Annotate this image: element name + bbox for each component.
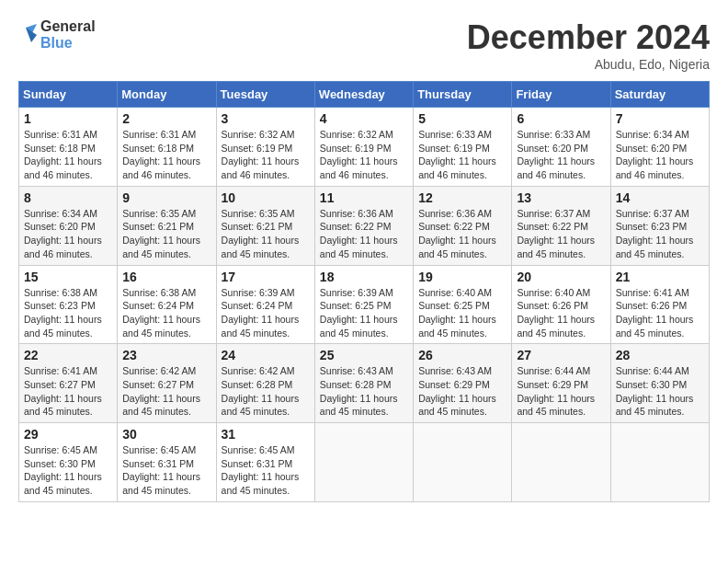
calendar-cell: 14Sunrise: 6:37 AMSunset: 6:23 PMDayligh…: [610, 186, 709, 265]
day-info: Sunrise: 6:45 AMSunset: 6:31 PMDaylight:…: [222, 443, 310, 498]
calendar-week-1: 1Sunrise: 6:31 AMSunset: 6:18 PMDaylight…: [19, 108, 710, 187]
day-info: Sunrise: 6:37 AMSunset: 6:23 PMDaylight:…: [616, 207, 704, 261]
day-number: 20: [517, 270, 605, 284]
calendar-cell: 20Sunrise: 6:40 AMSunset: 6:26 PMDayligh…: [512, 265, 610, 344]
day-number: 6: [517, 111, 605, 126]
calendar-week-3: 15Sunrise: 6:38 AMSunset: 6:23 PMDayligh…: [19, 265, 710, 344]
calendar-cell: 17Sunrise: 6:39 AMSunset: 6:24 PMDayligh…: [216, 265, 314, 344]
calendar-cell: 22Sunrise: 6:41 AMSunset: 6:27 PMDayligh…: [19, 344, 118, 423]
day-info: Sunrise: 6:41 AMSunset: 6:26 PMDaylight:…: [616, 286, 704, 340]
col-saturday: Saturday: [610, 82, 709, 108]
calendar-cell: 15Sunrise: 6:38 AMSunset: 6:23 PMDayligh…: [19, 265, 118, 344]
day-info: Sunrise: 6:33 AMSunset: 6:20 PMDaylight:…: [517, 128, 605, 182]
logo-text-general: General: [40, 18, 96, 35]
logo-bird-icon: [18, 18, 37, 52]
location-subtitle: Abudu, Edo, Nigeria: [467, 57, 710, 72]
calendar-cell: 1Sunrise: 6:31 AMSunset: 6:18 PMDaylight…: [19, 108, 118, 187]
day-info: Sunrise: 6:43 AMSunset: 6:29 PMDaylight:…: [418, 364, 506, 419]
day-info: Sunrise: 6:34 AMSunset: 6:20 PMDaylight:…: [616, 128, 704, 182]
calendar-cell: [314, 423, 413, 502]
day-info: Sunrise: 6:44 AMSunset: 6:30 PMDaylight:…: [616, 364, 704, 419]
day-number: 8: [24, 190, 112, 205]
day-number: 19: [418, 270, 506, 284]
col-tuesday: Tuesday: [216, 82, 314, 108]
calendar-cell: 16Sunrise: 6:38 AMSunset: 6:24 PMDayligh…: [118, 265, 216, 344]
calendar-cell: 25Sunrise: 6:43 AMSunset: 6:28 PMDayligh…: [314, 344, 413, 423]
calendar-cell: 6Sunrise: 6:33 AMSunset: 6:20 PMDaylight…: [512, 108, 610, 187]
calendar-cell: 23Sunrise: 6:42 AMSunset: 6:27 PMDayligh…: [118, 344, 216, 423]
calendar-cell: 9Sunrise: 6:35 AMSunset: 6:21 PMDaylight…: [118, 186, 216, 265]
day-info: Sunrise: 6:38 AMSunset: 6:23 PMDaylight:…: [24, 286, 112, 340]
day-number: 27: [517, 348, 605, 362]
col-sunday: Sunday: [19, 82, 118, 108]
calendar-cell: 19Sunrise: 6:40 AMSunset: 6:25 PMDayligh…: [414, 265, 512, 344]
col-wednesday: Wednesday: [314, 82, 413, 108]
day-info: Sunrise: 6:41 AMSunset: 6:27 PMDaylight:…: [24, 364, 112, 419]
day-info: Sunrise: 6:36 AMSunset: 6:22 PMDaylight:…: [418, 207, 506, 261]
day-info: Sunrise: 6:40 AMSunset: 6:25 PMDaylight:…: [418, 286, 506, 340]
calendar-cell: 5Sunrise: 6:33 AMSunset: 6:19 PMDaylight…: [414, 108, 512, 187]
day-number: 3: [222, 111, 310, 126]
calendar-cell: 3Sunrise: 6:32 AMSunset: 6:19 PMDaylight…: [216, 108, 314, 187]
logo-text-blue: Blue: [40, 35, 96, 52]
month-title: December 2024: [467, 18, 710, 57]
day-number: 7: [616, 111, 704, 126]
day-info: Sunrise: 6:36 AMSunset: 6:22 PMDaylight:…: [320, 207, 408, 261]
calendar-cell: [414, 423, 512, 502]
day-number: 24: [222, 348, 310, 362]
day-number: 5: [418, 111, 506, 126]
calendar-cell: 27Sunrise: 6:44 AMSunset: 6:29 PMDayligh…: [512, 344, 610, 423]
day-number: 28: [616, 348, 704, 362]
calendar-cell: 2Sunrise: 6:31 AMSunset: 6:18 PMDaylight…: [118, 108, 216, 187]
day-info: Sunrise: 6:39 AMSunset: 6:24 PMDaylight:…: [222, 286, 310, 340]
day-number: 10: [222, 190, 310, 205]
day-number: 14: [616, 190, 704, 205]
day-info: Sunrise: 6:43 AMSunset: 6:28 PMDaylight:…: [320, 364, 408, 419]
day-number: 2: [122, 111, 210, 126]
calendar-cell: 4Sunrise: 6:32 AMSunset: 6:19 PMDaylight…: [314, 108, 413, 187]
calendar-cell: [512, 423, 610, 502]
day-info: Sunrise: 6:45 AMSunset: 6:31 PMDaylight:…: [122, 443, 210, 498]
day-info: Sunrise: 6:31 AMSunset: 6:18 PMDaylight:…: [24, 128, 112, 182]
calendar-week-2: 8Sunrise: 6:34 AMSunset: 6:20 PMDaylight…: [19, 186, 710, 265]
calendar-cell: [610, 423, 709, 502]
day-number: 29: [24, 427, 112, 442]
day-number: 25: [320, 348, 408, 362]
calendar-cell: 28Sunrise: 6:44 AMSunset: 6:30 PMDayligh…: [610, 344, 709, 423]
day-info: Sunrise: 6:42 AMSunset: 6:28 PMDaylight:…: [222, 364, 310, 419]
calendar-week-5: 29Sunrise: 6:45 AMSunset: 6:30 PMDayligh…: [19, 423, 710, 502]
day-info: Sunrise: 6:45 AMSunset: 6:30 PMDaylight:…: [24, 443, 112, 498]
col-monday: Monday: [118, 82, 216, 108]
day-number: 26: [418, 348, 506, 362]
day-number: 18: [320, 270, 408, 284]
day-info: Sunrise: 6:35 AMSunset: 6:21 PMDaylight:…: [222, 207, 310, 261]
calendar-cell: 26Sunrise: 6:43 AMSunset: 6:29 PMDayligh…: [414, 344, 512, 423]
day-info: Sunrise: 6:37 AMSunset: 6:22 PMDaylight:…: [517, 207, 605, 261]
day-number: 21: [616, 270, 704, 284]
day-number: 11: [320, 190, 408, 205]
calendar-table: Sunday Monday Tuesday Wednesday Thursday…: [18, 81, 710, 502]
day-info: Sunrise: 6:40 AMSunset: 6:26 PMDaylight:…: [517, 286, 605, 340]
day-number: 13: [517, 190, 605, 205]
title-block: December 2024 Abudu, Edo, Nigeria: [467, 18, 710, 72]
day-info: Sunrise: 6:38 AMSunset: 6:24 PMDaylight:…: [122, 286, 210, 340]
calendar-cell: 30Sunrise: 6:45 AMSunset: 6:31 PMDayligh…: [118, 423, 216, 502]
calendar-cell: 11Sunrise: 6:36 AMSunset: 6:22 PMDayligh…: [314, 186, 413, 265]
day-number: 9: [122, 190, 210, 205]
calendar-cell: 31Sunrise: 6:45 AMSunset: 6:31 PMDayligh…: [216, 423, 314, 502]
calendar-cell: 7Sunrise: 6:34 AMSunset: 6:20 PMDaylight…: [610, 108, 709, 187]
day-info: Sunrise: 6:31 AMSunset: 6:18 PMDaylight:…: [122, 128, 210, 182]
calendar-cell: 13Sunrise: 6:37 AMSunset: 6:22 PMDayligh…: [512, 186, 610, 265]
day-info: Sunrise: 6:32 AMSunset: 6:19 PMDaylight:…: [222, 128, 310, 182]
calendar-cell: 24Sunrise: 6:42 AMSunset: 6:28 PMDayligh…: [216, 344, 314, 423]
day-info: Sunrise: 6:32 AMSunset: 6:19 PMDaylight:…: [320, 128, 408, 182]
calendar-cell: 10Sunrise: 6:35 AMSunset: 6:21 PMDayligh…: [216, 186, 314, 265]
day-number: 17: [222, 270, 310, 284]
calendar-cell: 29Sunrise: 6:45 AMSunset: 6:30 PMDayligh…: [19, 423, 118, 502]
calendar-week-4: 22Sunrise: 6:41 AMSunset: 6:27 PMDayligh…: [19, 344, 710, 423]
day-info: Sunrise: 6:34 AMSunset: 6:20 PMDaylight:…: [24, 207, 112, 261]
day-number: 30: [122, 427, 210, 442]
day-number: 12: [418, 190, 506, 205]
day-info: Sunrise: 6:35 AMSunset: 6:21 PMDaylight:…: [122, 207, 210, 261]
day-info: Sunrise: 6:44 AMSunset: 6:29 PMDaylight:…: [517, 364, 605, 419]
